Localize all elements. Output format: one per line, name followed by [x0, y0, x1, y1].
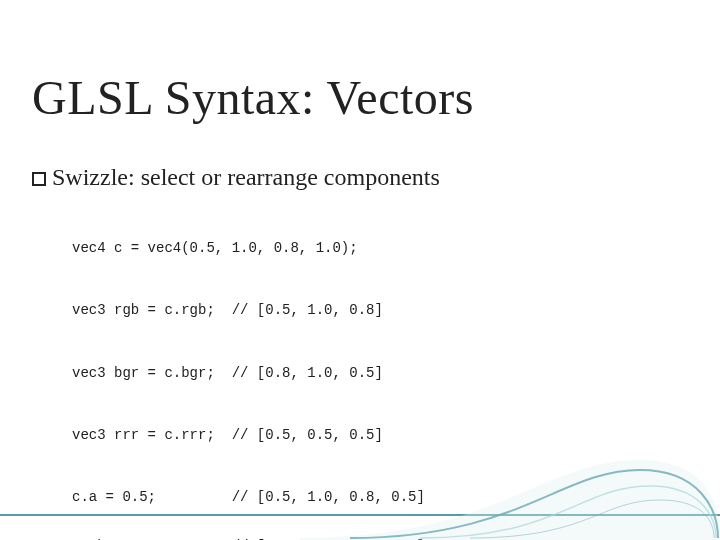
page-title: GLSL Syntax: Vectors [32, 70, 474, 125]
code-block: vec4 c = vec4(0.5, 1.0, 0.8, 1.0); vec3 … [72, 208, 492, 540]
footer-rule [0, 514, 720, 516]
square-bullet-icon [32, 172, 46, 186]
bullet-row: Swizzle: select or rearrange components [32, 164, 440, 191]
code-line: vec3 rgb = c.rgb; // [0.5, 1.0, 0.8] [72, 302, 492, 318]
code-line: vec3 bgr = c.bgr; // [0.8, 1.0, 0.5] [72, 365, 492, 381]
code-line: vec4 c = vec4(0.5, 1.0, 0.8, 1.0); [72, 240, 492, 256]
bullet-text: Swizzle: select or rearrange components [52, 164, 440, 191]
slide: GLSL Syntax: Vectors Swizzle: select or … [0, 0, 720, 540]
code-line: vec3 rrr = c.rrr; // [0.5, 0.5, 0.5] [72, 427, 492, 443]
code-line: c.a = 0.5; // [0.5, 1.0, 0.8, 0.5] [72, 489, 492, 505]
